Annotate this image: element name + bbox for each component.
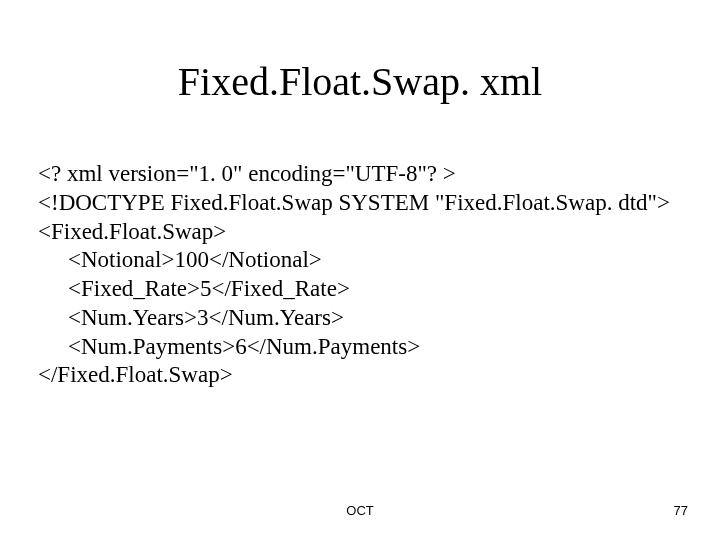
code-line: <Num.Years>3</Num.Years>: [38, 304, 700, 333]
code-line: <Fixed_Rate>5</Fixed_Rate>: [38, 275, 700, 304]
code-line: <Fixed.Float.Swap>: [38, 218, 700, 247]
code-line: <Notional>100</Notional>: [38, 246, 700, 275]
slide: Fixed.Float.Swap. xml <? xml version="1.…: [0, 0, 720, 540]
page-number: 77: [674, 503, 688, 518]
code-line: <!DOCTYPE Fixed.Float.Swap SYSTEM "Fixed…: [38, 189, 700, 218]
code-block: <? xml version="1. 0" encoding="UTF-8"? …: [38, 160, 700, 390]
code-line: <? xml version="1. 0" encoding="UTF-8"? …: [38, 160, 700, 189]
slide-title: Fixed.Float.Swap. xml: [0, 58, 720, 105]
footer-center: OCT: [0, 503, 720, 518]
code-line: </Fixed.Float.Swap>: [38, 361, 700, 390]
code-line: <Num.Payments>6</Num.Payments>: [38, 333, 700, 362]
